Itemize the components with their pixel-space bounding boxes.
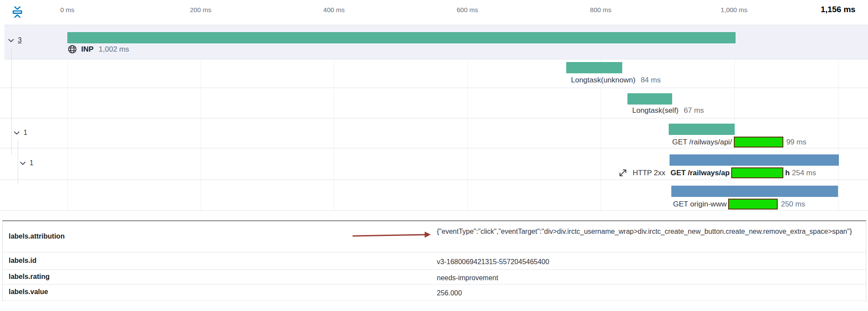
table-row-labels-id: labels.id v3-1680069421315-5572045465400 [3,252,866,270]
ruler-tick-1000ms: 1,000 ms [721,6,748,13]
span-name-suffix: h [785,169,789,177]
http-status-label: HTTP 2xx [633,169,665,177]
span-label-longtask-unknown[interactable]: Longtask(unknown) 84 ms [571,76,661,85]
waterfall-chart: 3 1 1 [0,25,868,211]
tree-connector [18,140,18,183]
ruler-tick-0ms: 0 ms [60,6,75,13]
collapse-toggle-http-get[interactable]: 1 [19,159,33,167]
redaction-box [734,137,783,147]
span-name: INP [81,45,93,54]
collapse-toggle-inp[interactable]: 3 [7,36,22,44]
child-count-link[interactable]: 3 [18,36,22,44]
span-bar-inp[interactable] [67,32,736,43]
metadata-key: labels.rating [9,273,50,281]
tree-connector [11,48,12,155]
child-count: 1 [30,159,33,167]
span-name: GET /railways/ap [670,169,729,177]
span-bar-get-origin[interactable] [671,186,838,197]
table-row-labels-rating: labels.rating needs-improvement [3,270,866,285]
annotation-arrow [351,231,433,240]
fork-arrows-icon [618,168,627,177]
ruler-tick-600ms: 600 ms [457,6,478,13]
collapse-toggle-get-railways[interactable]: 1 [13,129,27,137]
redaction-box [728,199,778,210]
child-count: 1 [23,129,27,137]
chevron-down-icon [13,129,20,137]
span-label-get-railways[interactable]: GET /railways/api/ 99 ms [672,137,806,147]
fold-icon [11,6,24,19]
span-bar-http-get[interactable] [670,154,839,166]
span-name: Longtask(self) [632,106,679,115]
span-name: GET origin-www [673,200,726,209]
span-duration: 84 ms [640,76,660,85]
timeline-ruler: 0 ms 200 ms 400 ms 600 ms 800 ms 1,000 m… [0,0,868,25]
span-label-longtask-self[interactable]: Longtask(self) 67 ms [632,106,704,115]
table-row-labels-attribution: labels.attribution {"eventType":"click",… [3,221,866,252]
waterfall-row-longtask-unknown [0,59,868,88]
ruler-tick-800ms: 800 ms [590,6,611,13]
span-label-get-origin[interactable]: GET origin-www 250 ms [673,199,805,210]
metadata-value: {"eventType":"click","eventTarget":"div>… [437,226,860,237]
redaction-box [731,167,783,178]
metadata-value: needs-improvement [437,273,860,283]
span-duration: 1,002 ms [99,45,129,54]
span-bar-get-railways[interactable] [669,124,735,135]
collapse-all-button[interactable] [11,5,24,19]
ruler-total-duration: 1,156 ms [821,5,855,14]
span-duration: 99 ms [786,138,806,147]
globe-icon [67,44,77,54]
metadata-table: labels.attribution {"eventType":"click",… [2,220,866,302]
ruler-tick-200ms: 200 ms [190,6,211,13]
metadata-key: labels.attribution [9,232,65,240]
span-name: GET /railways/api/ [672,138,732,147]
span-bar-longtask-self[interactable] [627,93,672,105]
waterfall-row-longtask-self [0,88,868,118]
metadata-key: labels.value [9,288,48,296]
metadata-value: v3-1680069421315-5572045465400 [437,257,860,267]
span-label-http-get[interactable]: HTTP 2xx GET /railways/ap h 254 ms [618,167,816,178]
span-duration: 67 ms [684,106,704,115]
span-name: Longtask(unknown) [571,76,635,85]
chevron-down-icon [19,160,26,167]
ruler-tick-400ms: 400 ms [323,6,345,13]
span-bar-longtask-unknown[interactable] [566,62,622,73]
span-label-inp[interactable]: INP 1,002 ms [67,44,129,54]
metadata-key: labels.id [9,257,36,265]
apm-trace-waterfall-view: 0 ms 200 ms 400 ms 600 ms 800 ms 1,000 m… [0,0,868,311]
metadata-value: 256.000 [437,288,860,298]
span-duration: 250 ms [781,200,805,209]
table-row-labels-value: labels.value 256.000 [3,285,866,301]
chevron-down-icon [7,37,15,44]
span-duration: 254 ms [792,169,816,177]
